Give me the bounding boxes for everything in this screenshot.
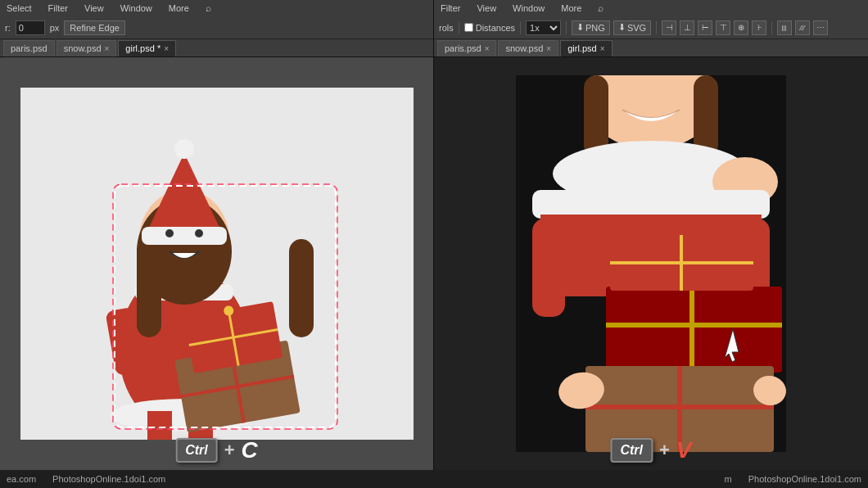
svg-rect-15 [142, 227, 227, 245]
bottom-bar: ea.com PhotoshopOnline.1doi1.com m Photo… [0, 470, 868, 488]
menu-more-left[interactable]: More [165, 3, 192, 13]
tab-paris-right[interactable]: paris.psd × [437, 40, 496, 56]
menu-select[interactable]: Select [3, 3, 35, 13]
tab-snow-left[interactable]: snow.psd × [57, 40, 117, 56]
separator-2 [520, 21, 521, 34]
c-key: C [242, 437, 258, 463]
svg-point-18 [195, 229, 203, 237]
right-tabs-bar: paris.psd × snow.psd × girl.psd × [434, 39, 868, 57]
right-options-bar: rols Distances 1x 2x 0.5x ⬇ PNG [434, 16, 868, 39]
menu-view-right[interactable]: View [473, 3, 500, 13]
align-right-btn[interactable]: ⊢ [698, 20, 712, 35]
menu-more-right[interactable]: More [558, 3, 585, 13]
svg-rect-12 [289, 239, 314, 337]
dist-h-btn[interactable]: ⫼ [777, 20, 792, 35]
svg-rect-37 [532, 219, 565, 317]
bottom-left-site: ea.com [7, 474, 36, 484]
align-center-h-btn[interactable]: ⊥ [680, 20, 694, 35]
tab-girl-right[interactable]: girl.psd × [560, 40, 612, 56]
png-export-button[interactable]: ⬇ PNG [572, 20, 610, 35]
ctrl-key-right: Ctrl [610, 438, 653, 463]
plus-right: + [659, 440, 670, 461]
close-paris-right[interactable]: × [485, 44, 490, 53]
menu-window-left[interactable]: Window [117, 3, 156, 13]
menu-filter-right[interactable]: Filter [437, 3, 463, 13]
close-snow-left[interactable]: × [105, 44, 110, 53]
search-icon-right[interactable]: ⌕ [598, 2, 604, 14]
close-snow-right[interactable]: × [546, 44, 551, 53]
right-image-svg [516, 75, 786, 452]
separator-4 [656, 21, 657, 34]
tab-snow-right[interactable]: snow.psd × [498, 40, 558, 56]
bottom-right-prefix: m [725, 474, 732, 484]
ctrl-key-left: Ctrl [175, 438, 218, 463]
tab-paris-left[interactable]: paris.psd [3, 40, 55, 56]
dist-v-btn[interactable]: ⫻ [795, 20, 810, 35]
refine-edge-button[interactable]: Refine Edge [64, 20, 125, 35]
bottom-right-watermark: PhotoshopOnline.1doi1.com [748, 474, 861, 484]
menu-view-left[interactable]: View [81, 3, 107, 13]
svg-point-16 [174, 139, 194, 159]
tab-girl-left[interactable]: girl.psd * × [118, 40, 176, 56]
close-girl-right[interactable]: × [600, 44, 605, 53]
menu-window-right[interactable]: Window [509, 3, 548, 13]
separator-5 [771, 21, 772, 34]
svg-rect-4 [147, 411, 172, 440]
distances-label: Distances [476, 23, 515, 33]
separator-1 [459, 21, 459, 34]
menu-filter-left[interactable]: Filter [45, 3, 71, 13]
svg-export-button[interactable]: ⬇ SVG [613, 20, 651, 35]
left-image-canvas [20, 88, 414, 440]
feather-input[interactable] [16, 20, 45, 35]
align-top-btn[interactable]: ⊤ [716, 20, 730, 35]
plus-left: + [224, 440, 235, 461]
left-tabs-bar: paris.psd snow.psd × girl.psd * × [0, 39, 433, 57]
search-icon-left[interactable]: ⌕ [206, 2, 211, 14]
feather-label: r: [5, 23, 11, 33]
close-girl-left[interactable]: × [164, 44, 169, 53]
svg-label: SVG [627, 23, 646, 33]
copy-shortcut-overlay: Ctrl + C [175, 437, 258, 463]
align-bottom-btn[interactable]: ⊦ [752, 20, 766, 35]
svg-point-17 [165, 229, 174, 237]
align-left-btn[interactable]: ⊣ [662, 20, 676, 35]
right-image-canvas [516, 75, 786, 452]
left-options-bar: r: px Refine Edge [0, 16, 433, 39]
px-label: px [50, 23, 60, 33]
right-menu-bar: Filter View Window More ⌕ [434, 0, 868, 16]
rols-label: rols [439, 23, 454, 33]
png-label: PNG [585, 23, 605, 33]
left-image-svg [20, 88, 414, 440]
paste-shortcut-overlay: Ctrl + V [610, 437, 691, 463]
left-canvas-area: Ctrl + C [0, 57, 433, 470]
right-canvas-area: Ctrl + V [434, 57, 868, 470]
v-key: V [676, 437, 692, 463]
bottom-left-watermark: PhotoshopOnline.1doi1.com [52, 474, 165, 484]
more-options-btn[interactable]: ⋯ [813, 20, 828, 35]
distances-checkbox[interactable] [464, 23, 473, 32]
separator-3 [566, 21, 567, 34]
svg-rect-11 [137, 239, 161, 337]
svg-rect-35 [532, 190, 770, 219]
left-menu-bar: Select Filter View Window More ⌕ [0, 0, 433, 16]
align-middle-btn[interactable]: ⊕ [734, 20, 748, 35]
zoom-select[interactable]: 1x 2x 0.5x [526, 20, 561, 35]
